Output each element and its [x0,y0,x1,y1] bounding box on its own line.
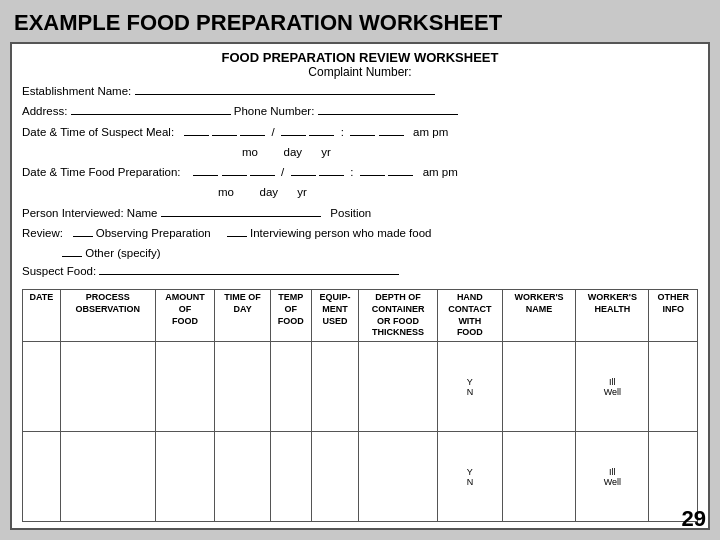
h1 [281,135,306,136]
col-other: OTHERINFO [649,290,698,342]
col-date: DATE [23,290,61,342]
cell-worker-health-2: Ill Well [576,432,649,522]
dd2 [222,175,247,176]
review-label: Review: [22,227,63,239]
table-row: Y N Ill Well [23,432,698,522]
yy2 [250,175,275,176]
person-interviewed-label: Person Interviewed: Name [22,207,158,219]
address-input [71,114,231,115]
am-pm-label-1: am pm [413,126,448,138]
yr-label-2: yr [297,186,307,198]
h2 [291,175,316,176]
establishment-label: Establishment Name: [22,85,131,97]
yy1 [240,135,265,136]
well-label-2: Well [604,477,621,487]
cell-worker-health-1: Ill Well [576,342,649,432]
mo-label-2: mo [218,186,234,198]
day-label-2: day [260,186,279,198]
well-label-1: Well [604,387,621,397]
cell-date-1 [23,342,61,432]
phone-input [318,114,458,115]
cell-depth-1 [359,342,437,432]
mm2 [193,175,218,176]
cell-time-1 [215,342,271,432]
cell-time-2 [215,432,271,522]
page-background: EXAMPLE FOOD PREPARATION WORKSHEET FOOD … [0,0,720,540]
yr-label-1: yr [321,146,331,158]
form-section: Establishment Name: Address: Phone Numbe… [22,83,698,281]
cell-process-1 [60,342,155,432]
establishment-line: Establishment Name: [22,83,698,100]
position-label: Position [330,207,371,219]
col-time: TIME OFDAY [215,290,271,342]
page-number: 29 [682,506,706,532]
suspect-food-input [99,274,399,275]
am-pm-label-2: am pm [423,166,458,178]
m2 [319,175,344,176]
observing-check [73,236,93,237]
cell-other-1 [649,342,698,432]
yn-cell-1: Y N [439,344,501,429]
n-label-2: N [467,477,474,487]
cell-worker-name-2 [502,432,575,522]
cell-amount-2 [155,432,215,522]
address-label: Address: [22,105,67,117]
col-depth: DEPTH OFCONTAINEROR FOODTHICKNESS [359,290,437,342]
phone-label: Phone Number: [234,105,315,117]
other-specify-line: Other (specify) [22,245,698,262]
suspect-food-line: Suspect Food: [22,265,698,277]
col-temp: TEMPOFFOOD [270,290,311,342]
cell-amount-1 [155,342,215,432]
y-label-2: Y [467,467,473,477]
n-label-1: N [467,387,474,397]
col-amount: AMOUNTOFFOOD [155,290,215,342]
m1 [309,135,334,136]
mo-label-1: mo [242,146,258,158]
other-check [62,256,82,257]
cell-hand-1: Y N [437,342,502,432]
ampm1 [379,135,404,136]
date-time-prep-label: Date & Time Food Preparation: [22,166,181,178]
person-interviewed-line: Person Interviewed: Name Position [22,205,698,222]
suspect-food-label: Suspect Food: [22,265,96,277]
col-worker-name: WORKER'SNAME [502,290,575,342]
table-row: Y N Ill Well [23,342,698,432]
s1 [350,135,375,136]
cell-equip-2 [311,432,359,522]
observing-label: Observing Preparation [96,227,211,239]
dd1 [212,135,237,136]
cell-worker-name-1 [502,342,575,432]
ill-label-1: Ill [609,377,616,387]
complaint-number: Complaint Number: [22,65,698,79]
data-table: DATE PROCESSOBSERVATION AMOUNTOFFOOD TIM… [22,289,698,522]
cell-equip-1 [311,342,359,432]
date-time-suspect-label: Date & Time of Suspect Meal: [22,126,174,138]
cell-date-2 [23,432,61,522]
col-process: PROCESSOBSERVATION [60,290,155,342]
worksheet-box: FOOD PREPARATION REVIEW WORKSHEET Compla… [10,42,710,530]
mo-day-yr-line-2: mo day yr [22,184,698,201]
name-input [161,216,321,217]
y-label-1: Y [467,377,473,387]
mo-day-yr-line-1: mo day yr [22,144,698,161]
date-time-suspect-line: Date & Time of Suspect Meal: / : am pm [22,124,698,141]
cell-hand-2: Y N [437,432,502,522]
ill-well-2: Ill Well [577,434,647,519]
mm1 [184,135,209,136]
col-hand: HANDCONTACTWITHFOOD [437,290,502,342]
main-title: EXAMPLE FOOD PREPARATION WORKSHEET [10,10,710,36]
interviewing-label: Interviewing person who made food [250,227,432,239]
other-specify-label: Other (specify) [85,247,160,259]
date-time-prep-line: Date & Time Food Preparation: / : am pm [22,164,698,181]
ill-well-1: Ill Well [577,344,647,429]
ill-label-2: Ill [609,467,616,477]
ampm2 [388,175,413,176]
cell-process-2 [60,432,155,522]
yn-cell-2: Y N [439,434,501,519]
cell-temp-2 [270,432,311,522]
col-worker-health: WORKER'SHEALTH [576,290,649,342]
address-line: Address: Phone Number: [22,103,698,120]
establishment-input [135,94,435,95]
complaint-label: Complaint Number: [308,65,411,79]
cell-depth-2 [359,432,437,522]
